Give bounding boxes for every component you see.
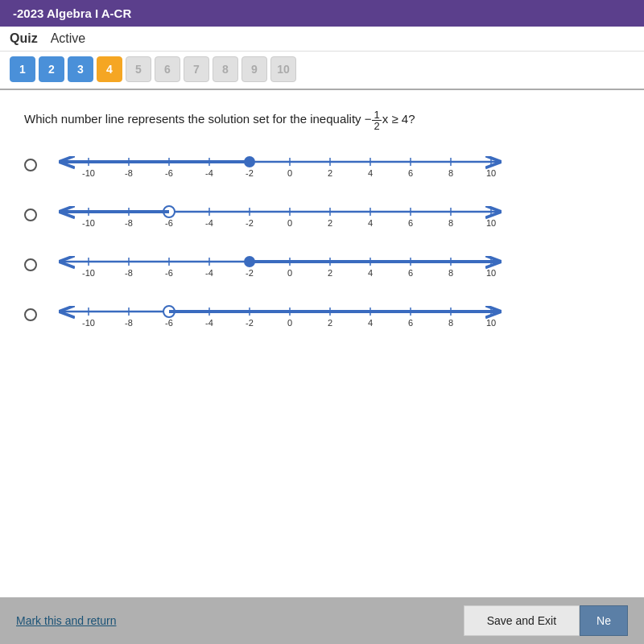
svg-text:-6: -6 bbox=[165, 168, 173, 178]
svg-text:2: 2 bbox=[328, 218, 332, 228]
question-num-7: 7 bbox=[184, 56, 209, 82]
fraction: 12 bbox=[372, 109, 381, 131]
svg-text:8: 8 bbox=[448, 268, 453, 278]
next-button[interactable]: Ne bbox=[580, 605, 628, 636]
svg-text:-10: -10 bbox=[82, 218, 95, 228]
save-exit-button[interactable]: Save and Exit bbox=[464, 605, 580, 636]
quiz-label: Quiz bbox=[10, 31, 38, 46]
question-num-4[interactable]: 4 bbox=[97, 56, 122, 82]
radio-c[interactable] bbox=[24, 258, 37, 271]
question-num-6: 6 bbox=[155, 56, 180, 82]
svg-text:-6: -6 bbox=[165, 218, 173, 228]
svg-text:-8: -8 bbox=[125, 218, 133, 228]
svg-text:10: 10 bbox=[486, 168, 496, 178]
question-text-before: Which number line represents the solutio… bbox=[24, 112, 371, 126]
svg-text:-10: -10 bbox=[82, 318, 95, 328]
question-number-bar: 1 2 3 4 5 6 7 8 9 10 bbox=[0, 52, 644, 90]
svg-text:-8: -8 bbox=[125, 268, 133, 278]
numberline-a: -10 -8 -6 -4 -2 0 2 4 6 8 10 bbox=[47, 147, 620, 183]
svg-text:-8: -8 bbox=[125, 168, 133, 178]
question-num-5: 5 bbox=[126, 56, 151, 82]
svg-text:-6: -6 bbox=[165, 268, 173, 278]
question-num-10: 10 bbox=[270, 56, 296, 82]
question-num-1[interactable]: 1 bbox=[10, 56, 35, 82]
answer-option-c[interactable]: -10 -8 -6 -4 -2 0 2 4 6 8 10 bbox=[24, 247, 620, 283]
svg-text:4: 4 bbox=[368, 218, 373, 228]
svg-text:-2: -2 bbox=[246, 268, 254, 278]
fraction-numerator: 1 bbox=[372, 109, 381, 121]
svg-text:-4: -4 bbox=[205, 218, 213, 228]
svg-text:2: 2 bbox=[328, 168, 332, 178]
question-text: Which number line represents the solutio… bbox=[24, 109, 620, 131]
question-num-8: 8 bbox=[213, 56, 238, 82]
question-text-after: x ≥ 4? bbox=[382, 112, 415, 126]
svg-text:-2: -2 bbox=[246, 318, 254, 328]
svg-text:10: 10 bbox=[486, 318, 496, 328]
svg-text:-10: -10 bbox=[82, 168, 95, 178]
svg-text:8: 8 bbox=[448, 318, 453, 328]
svg-text:0: 0 bbox=[287, 218, 292, 228]
question-num-9: 9 bbox=[242, 56, 267, 82]
footer: Mark this and return Save and Exit Ne bbox=[0, 597, 644, 644]
answer-option-d[interactable]: -10 -8 -6 -4 -2 0 2 4 6 8 10 bbox=[24, 297, 620, 332]
answer-option-b[interactable]: -10 -8 -6 -4 -2 0 2 4 6 8 10 bbox=[24, 197, 620, 233]
active-label: Active bbox=[51, 31, 86, 46]
svg-text:8: 8 bbox=[448, 218, 453, 228]
svg-text:4: 4 bbox=[368, 318, 373, 328]
svg-text:-6: -6 bbox=[165, 318, 173, 328]
svg-text:10: 10 bbox=[486, 218, 496, 228]
svg-text:6: 6 bbox=[408, 218, 413, 228]
svg-text:8: 8 bbox=[448, 168, 453, 178]
question-num-2[interactable]: 2 bbox=[39, 56, 64, 82]
radio-d[interactable] bbox=[24, 308, 37, 321]
svg-text:2: 2 bbox=[328, 318, 332, 328]
numberline-d: -10 -8 -6 -4 -2 0 2 4 6 8 10 bbox=[47, 297, 620, 332]
answer-option-a[interactable]: -10 -8 -6 -4 -2 0 2 4 6 8 10 bbox=[24, 147, 620, 183]
svg-text:6: 6 bbox=[408, 168, 413, 178]
main-content: Which number line represents the solutio… bbox=[0, 90, 644, 597]
svg-text:6: 6 bbox=[408, 268, 413, 278]
numberline-b: -10 -8 -6 -4 -2 0 2 4 6 8 10 bbox=[47, 197, 620, 233]
svg-text:-4: -4 bbox=[205, 168, 213, 178]
svg-text:-2: -2 bbox=[246, 168, 254, 178]
question-num-3[interactable]: 3 bbox=[68, 56, 93, 82]
svg-text:4: 4 bbox=[368, 168, 373, 178]
svg-text:0: 0 bbox=[287, 268, 292, 278]
footer-buttons: Save and Exit Ne bbox=[464, 605, 628, 636]
svg-text:0: 0 bbox=[287, 318, 292, 328]
screen: -2023 Algebra I A-CR Quiz Active 1 2 3 4… bbox=[0, 0, 644, 644]
svg-text:-10: -10 bbox=[82, 268, 95, 278]
quiz-bar: Quiz Active bbox=[0, 27, 644, 52]
numberline-c: -10 -8 -6 -4 -2 0 2 4 6 8 10 bbox=[47, 247, 620, 283]
svg-text:-4: -4 bbox=[205, 318, 213, 328]
header-bar: -2023 Algebra I A-CR bbox=[0, 0, 644, 27]
header-title: -2023 Algebra I A-CR bbox=[13, 6, 131, 20]
svg-text:2: 2 bbox=[328, 268, 332, 278]
svg-text:0: 0 bbox=[287, 168, 292, 178]
radio-a[interactable] bbox=[24, 159, 37, 171]
svg-text:4: 4 bbox=[368, 268, 373, 278]
svg-text:-8: -8 bbox=[125, 318, 133, 328]
radio-b[interactable] bbox=[24, 208, 37, 221]
mark-return-link[interactable]: Mark this and return bbox=[16, 614, 117, 627]
svg-text:10: 10 bbox=[486, 268, 496, 278]
svg-text:-4: -4 bbox=[205, 268, 213, 278]
svg-text:6: 6 bbox=[408, 318, 413, 328]
fraction-denominator: 2 bbox=[372, 121, 381, 131]
svg-text:-2: -2 bbox=[246, 218, 254, 228]
